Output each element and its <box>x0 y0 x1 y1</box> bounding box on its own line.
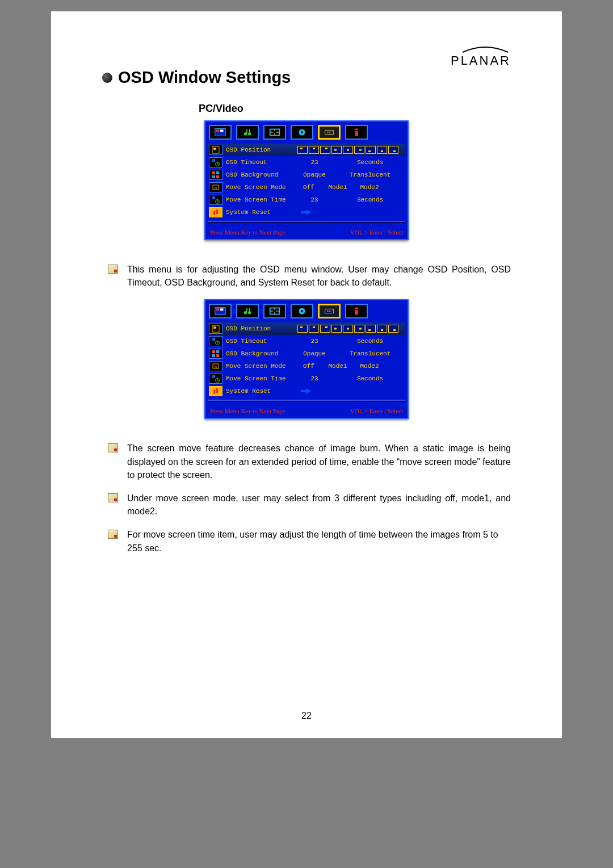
osd-row-timeout[interactable]: OSD Timeout 23 Seconds <box>208 156 405 169</box>
osd-panel: OSD OSD Position <box>204 299 409 419</box>
row-label: OSD Position <box>226 146 294 153</box>
svg-rect-15 <box>213 148 216 150</box>
osd-figure-2: OSD OSD Position <box>102 299 511 419</box>
svg-rect-55 <box>300 326 303 328</box>
pos-opt[interactable] <box>377 146 387 154</box>
osd-row-position[interactable]: OSD Position <box>208 144 405 156</box>
svg-rect-41 <box>220 309 224 311</box>
osd-row-timeout[interactable]: OSD Timeout 23 Seconds <box>208 335 405 347</box>
osd-tab-info[interactable] <box>345 304 368 318</box>
pos-opt[interactable] <box>309 325 319 333</box>
row-icon-background <box>209 349 222 359</box>
manual-page: PLANAR OSD Window Settings PC/Video OSD … <box>51 11 562 738</box>
osd-row-move-time[interactable]: Move Screen Time 23 Seconds <box>208 372 405 385</box>
pos-opt[interactable] <box>354 325 364 333</box>
pos-opt[interactable] <box>388 325 398 333</box>
row-unit: Seconds <box>335 375 405 382</box>
row-icon-reset <box>209 386 222 396</box>
row-label: Move Screen Mode <box>226 184 294 191</box>
row-value-3: Mode2 <box>355 363 384 370</box>
osd-tab-info[interactable] <box>345 125 368 140</box>
row-value: Opaque <box>297 171 331 178</box>
osd-tab-setup[interactable] <box>291 125 313 140</box>
row-icon-move-mode: m <box>209 182 222 192</box>
bullet-item: This menu is for adjusting the OSD menu … <box>108 263 511 289</box>
svg-rect-22 <box>368 150 371 152</box>
footer-left: Press Menu Key to Next Page <box>210 229 285 236</box>
row-icon-move-time <box>209 374 222 384</box>
svg-rect-1 <box>216 129 220 132</box>
pos-opt[interactable] <box>297 325 308 333</box>
pos-opt[interactable] <box>331 325 342 333</box>
pos-opt[interactable] <box>297 146 308 154</box>
row-label: Move Screen Time <box>226 196 294 203</box>
osd-panel: OSD OSD Position <box>204 120 409 240</box>
pos-opt[interactable] <box>331 146 342 154</box>
bullet-doc-icon <box>108 265 118 274</box>
osd-row-move-mode[interactable]: m Move Screen Mode Off Mode1 Mode2 <box>208 360 405 372</box>
pos-opt[interactable] <box>377 325 387 333</box>
pos-opt[interactable] <box>366 325 376 333</box>
reset-arrow-icon <box>297 208 314 216</box>
row-icon-move-mode: m <box>209 361 222 371</box>
svg-rect-67 <box>216 350 219 353</box>
pos-opt[interactable] <box>309 146 319 154</box>
svg-rect-66 <box>212 350 215 353</box>
row-unit: Seconds <box>335 196 405 203</box>
row-unit: Seconds <box>335 338 405 345</box>
osd-tab-osd[interactable]: OSD <box>318 304 341 318</box>
osd-tab-setup[interactable] <box>291 304 313 318</box>
paragraph-group-2: The screen move feature decreases chance… <box>108 442 511 554</box>
svg-rect-30 <box>216 175 219 178</box>
osd-tab-osd[interactable]: OSD <box>318 125 341 140</box>
osd-row-background[interactable]: OSD Background Opaque Translucent <box>208 169 405 181</box>
paragraph-text: For move screen time item, user may adju… <box>127 528 511 554</box>
position-options[interactable] <box>297 325 398 333</box>
section-heading: OSD Window Settings <box>102 68 511 87</box>
osd-row-position[interactable]: OSD Position <box>208 322 405 335</box>
svg-text:m: m <box>215 186 217 190</box>
svg-rect-35 <box>216 209 218 214</box>
pos-opt[interactable] <box>343 325 353 333</box>
osd-tab-audio[interactable] <box>236 304 259 318</box>
pos-opt[interactable] <box>320 146 330 154</box>
position-options[interactable] <box>297 146 398 154</box>
svg-rect-37 <box>301 211 306 213</box>
row-value: 23 <box>297 375 331 382</box>
pos-opt[interactable] <box>366 146 376 154</box>
bullet-dot-icon <box>102 73 112 83</box>
osd-body: OSD Position <box>205 141 408 228</box>
osd-tab-audio[interactable] <box>236 125 259 140</box>
osd-row-move-time[interactable]: Move Screen Time 23 Seconds <box>208 194 405 206</box>
osd-tab-geometry[interactable] <box>263 304 286 318</box>
osd-row-reset[interactable]: System Reset <box>208 206 405 219</box>
svg-rect-57 <box>325 326 328 328</box>
osd-tab-picture[interactable] <box>209 125 232 140</box>
svg-rect-18 <box>325 148 328 149</box>
svg-rect-28 <box>216 171 219 174</box>
svg-rect-75 <box>213 389 215 394</box>
row-value: 23 <box>297 196 331 203</box>
pos-opt[interactable] <box>388 146 398 154</box>
bullet-doc-icon <box>108 443 118 452</box>
pos-opt[interactable] <box>343 146 353 154</box>
bullet-item: For move screen time item, user may adju… <box>108 528 511 554</box>
osd-tab-geometry[interactable] <box>263 125 286 140</box>
bullet-item: Under move screen mode, user may select … <box>108 492 511 518</box>
svg-rect-56 <box>313 326 315 328</box>
svg-rect-33 <box>212 196 215 199</box>
osd-row-background[interactable]: OSD Background Opaque Translucent <box>208 347 405 360</box>
osd-row-reset[interactable]: System Reset <box>208 385 405 397</box>
pos-opt[interactable] <box>320 325 330 333</box>
svg-rect-45 <box>249 308 250 312</box>
heading-text: OSD Window Settings <box>118 68 291 87</box>
svg-rect-59 <box>347 328 349 330</box>
svg-rect-21 <box>359 149 362 151</box>
osd-row-move-mode[interactable]: m Move Screen Mode Off Mode1 Mode2 <box>208 181 405 194</box>
svg-rect-61 <box>368 329 371 331</box>
page-number: 22 <box>51 711 562 721</box>
bullet-doc-icon <box>108 493 118 502</box>
svg-rect-13 <box>355 131 358 136</box>
osd-tab-picture[interactable] <box>209 304 232 318</box>
pos-opt[interactable] <box>354 146 364 154</box>
